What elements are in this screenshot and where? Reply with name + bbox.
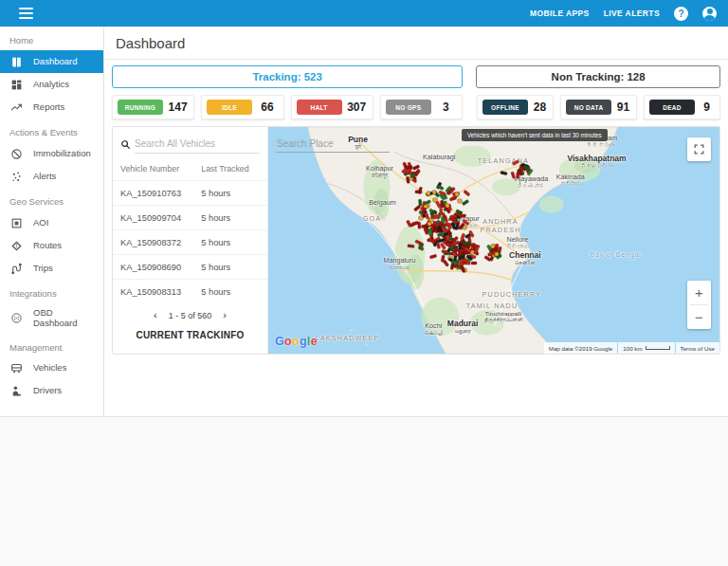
map[interactable]: PuneपुणेKolhapurकोल्हापूरBelgaumGOAKalab…: [268, 127, 719, 354]
place-search-input[interactable]: [276, 136, 390, 153]
sidebar-item-label: Alerts: [33, 172, 56, 182]
status-card-no-gps[interactable]: NO GPS3: [380, 95, 463, 119]
status-card-offline[interactable]: OFFLINE28: [477, 95, 554, 119]
sidebar: HomeDashboardAnalyticsReportsActions & E…: [0, 27, 104, 416]
vehicle-number: KA_150908313: [120, 287, 201, 297]
sidebar-item-label: AOI: [33, 218, 48, 228]
sidebar-item-analytics[interactable]: Analytics: [0, 73, 103, 96]
analytics-icon: [9, 78, 23, 91]
summary-row: Tracking: 523 Non Tracking: 128: [104, 60, 728, 88]
last-tracked: 5 hours: [201, 263, 260, 272]
sidebar-item-label: Drivers: [33, 386, 62, 396]
vehicle-number: KA_150908690: [120, 263, 201, 272]
sidebar-item-vehicles[interactable]: Vehicles: [0, 357, 103, 380]
sidebar-item-dashboard[interactable]: Dashboard: [0, 50, 103, 73]
tracking-content-card: Vehicle Number Last Tracked KA_150910763…: [112, 126, 720, 355]
status-card-running[interactable]: RUNNING147: [112, 95, 194, 119]
table-row[interactable]: KA_1509107635 hours: [113, 180, 267, 205]
routes-icon: [9, 239, 23, 252]
sidebar-item-obd-dashboard[interactable]: OBD Dashboard: [0, 303, 103, 334]
sidebar-item-reports[interactable]: Reports: [0, 96, 103, 119]
status-badge: DEAD: [649, 100, 695, 115]
sidebar-item-alerts[interactable]: Alerts: [0, 165, 103, 188]
table-row[interactable]: KA_1509083135 hours: [113, 279, 267, 303]
sidebar-item-drivers[interactable]: Drivers: [0, 380, 103, 403]
column-last-tracked: Last Tracked: [201, 164, 260, 173]
last-tracked: 5 hours: [201, 238, 260, 247]
status-card-no-data[interactable]: NO DATA91: [560, 95, 637, 119]
fullscreen-button[interactable]: [687, 137, 711, 161]
map-zoom-control: + −: [687, 281, 711, 329]
map-attribution: Map data ©2019 Google 100 km Terms of Us…: [544, 342, 719, 354]
alerts-icon: [9, 170, 23, 183]
sidebar-item-label: Analytics: [33, 80, 69, 90]
status-count: 66: [256, 100, 278, 114]
vehicles-icon: [9, 362, 23, 375]
sidebar-item-label: Trips: [33, 264, 53, 274]
page-next-icon[interactable]: ›: [223, 310, 227, 320]
non-tracking-button[interactable]: Non Tracking: 128: [476, 65, 720, 88]
sidebar-section-actions-events: Actions & Events: [0, 119, 103, 142]
vehicle-search-input[interactable]: [135, 137, 260, 154]
fullscreen-icon: [693, 143, 705, 155]
last-tracked: 5 hours: [201, 213, 260, 223]
ban-icon: [9, 147, 23, 160]
sidebar-section-integrations: Integrations: [0, 280, 103, 303]
status-card-dead[interactable]: DEAD9: [644, 95, 720, 119]
status-badge: NO DATA: [566, 100, 611, 115]
scale-bar-icon: [646, 346, 670, 350]
page-title: Dashboard: [116, 35, 185, 51]
status-card-halt[interactable]: HALT307: [291, 95, 373, 119]
sidebar-section-home: Home: [0, 27, 103, 50]
status-badge: HALT: [297, 100, 342, 115]
vehicle-table-body: KA_1509107635 hoursKA_1509097045 hoursKA…: [113, 180, 267, 303]
status-card-idle[interactable]: IDLE66: [201, 95, 283, 119]
main-content: Dashboard Tracking: 523 Non Tracking: 12…: [104, 27, 728, 416]
sidebar-item-label: Dashboard: [33, 57, 77, 67]
vehicle-number: KA_150909704: [120, 213, 201, 223]
status-count: 9: [699, 100, 715, 114]
google-logo: Google: [275, 335, 318, 348]
last-tracked: 5 hours: [201, 287, 260, 297]
pagination: ‹ 1 - 5 of 560 ›: [113, 303, 267, 324]
page-title-row: Dashboard: [104, 27, 728, 60]
mobile-apps-link[interactable]: MOBILE APPS: [530, 9, 590, 18]
search-icon: [120, 137, 131, 154]
status-count: 91: [615, 100, 631, 114]
sidebar-section-geo-services: Geo Services: [0, 188, 103, 211]
help-icon[interactable]: ?: [674, 7, 688, 21]
top-bar: MOBILE APPS LIVE ALERTS ?: [0, 0, 728, 27]
sidebar-item-label: Reports: [33, 102, 64, 113]
current-trackinfo-label: CURRENT TRACKINFO: [113, 324, 267, 346]
place-search: [276, 134, 390, 153]
sidebar-item-immobilization[interactable]: Immobilization: [0, 142, 103, 165]
zoom-out-button[interactable]: −: [687, 305, 711, 329]
vehicle-table-header: Vehicle Number Last Tracked: [113, 155, 267, 180]
zoom-in-button[interactable]: +: [687, 281, 711, 304]
aoi-icon: [9, 216, 23, 229]
last-tracked: 5 hours: [201, 189, 260, 198]
table-row[interactable]: KA_1509086905 hours: [113, 254, 267, 279]
sidebar-item-trips[interactable]: Trips: [0, 257, 103, 280]
page-prev-icon[interactable]: ‹: [154, 310, 157, 320]
trips-icon: [9, 262, 23, 275]
terms-of-use-link[interactable]: Terms of Use: [676, 342, 719, 354]
sidebar-item-aoi[interactable]: AOI: [0, 211, 103, 234]
vehicle-number: KA_150908372: [120, 238, 201, 247]
pagination-label: 1 - 5 of 560: [169, 311, 212, 320]
table-row[interactable]: KA_1509083725 hours: [113, 229, 267, 254]
tracking-button[interactable]: Tracking: 523: [112, 65, 463, 88]
app-layout: HomeDashboardAnalyticsReportsActions & E…: [0, 27, 728, 417]
menu-hamburger-icon[interactable]: [19, 8, 33, 19]
map-terrain: [268, 127, 719, 354]
sidebar-item-routes[interactable]: Routes: [0, 234, 103, 257]
status-count: 147: [167, 100, 189, 114]
map-scale: 100 km: [618, 342, 674, 354]
drivers-icon: [9, 385, 23, 398]
table-row[interactable]: KA_1509097045 hours: [113, 205, 267, 229]
live-alerts-link[interactable]: LIVE ALERTS: [604, 9, 660, 18]
account-icon[interactable]: [702, 7, 717, 21]
status-group-nontracking: OFFLINE28NO DATA91DEAD9: [477, 95, 720, 119]
reports-icon: [9, 100, 23, 114]
sidebar-item-label: Vehicles: [33, 363, 66, 374]
